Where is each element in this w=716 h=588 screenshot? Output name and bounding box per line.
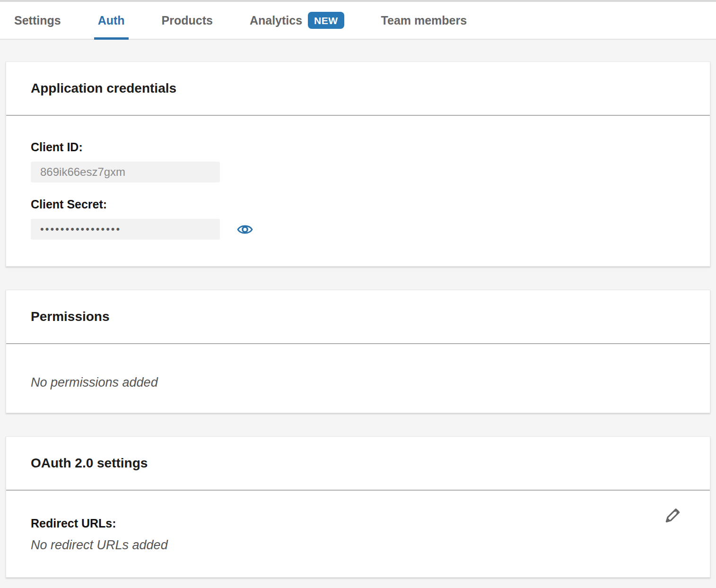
- application-credentials-body: Client ID: Client Secret:: [6, 116, 710, 266]
- tab-team-members-label: Team members: [381, 14, 467, 27]
- oauth-settings-body: Redirect URLs: No redirect URLs added: [6, 491, 710, 577]
- tab-bar: Settings Auth Products Analytics NEW Tea…: [0, 0, 716, 40]
- permissions-header: Permissions: [6, 290, 710, 343]
- tab-settings[interactable]: Settings: [10, 2, 65, 39]
- tab-products[interactable]: Products: [158, 2, 217, 39]
- application-credentials-title: Application credentials: [31, 81, 685, 96]
- oauth-settings-title: OAuth 2.0 settings: [31, 456, 685, 471]
- tab-analytics-label: Analytics: [250, 14, 302, 27]
- client-id-input[interactable]: [31, 162, 220, 182]
- tab-settings-label: Settings: [14, 14, 61, 27]
- edit-redirect-urls-button[interactable]: [661, 505, 683, 527]
- permissions-card: Permissions No permissions added: [6, 290, 710, 413]
- eye-icon: [237, 223, 253, 236]
- pencil-icon: [661, 505, 683, 527]
- tab-analytics[interactable]: Analytics NEW: [246, 2, 348, 39]
- reveal-secret-button[interactable]: [237, 223, 253, 236]
- no-redirect-urls-text: No redirect URLs added: [31, 538, 685, 553]
- no-permissions-text: No permissions added: [31, 375, 685, 390]
- permissions-body: No permissions added: [6, 344, 710, 413]
- application-credentials-header: Application credentials: [6, 62, 710, 115]
- client-secret-row: [31, 219, 685, 240]
- tab-team-members[interactable]: Team members: [377, 2, 471, 39]
- oauth-settings-header: OAuth 2.0 settings: [6, 437, 710, 490]
- client-secret-input[interactable]: [31, 219, 220, 240]
- tab-auth-label: Auth: [98, 14, 125, 27]
- main-content: Application credentials Client ID: Clien…: [0, 40, 716, 578]
- redirect-urls-label: Redirect URLs:: [31, 517, 685, 530]
- client-secret-label: Client Secret:: [31, 198, 685, 211]
- new-badge: NEW: [308, 12, 344, 29]
- client-id-label: Client ID:: [31, 140, 685, 154]
- tab-products-label: Products: [162, 14, 213, 27]
- application-credentials-card: Application credentials Client ID: Clien…: [6, 61, 710, 267]
- tab-auth[interactable]: Auth: [94, 2, 129, 39]
- oauth-settings-card: OAuth 2.0 settings Redirect URLs: No red…: [6, 436, 710, 578]
- permissions-title: Permissions: [31, 309, 685, 324]
